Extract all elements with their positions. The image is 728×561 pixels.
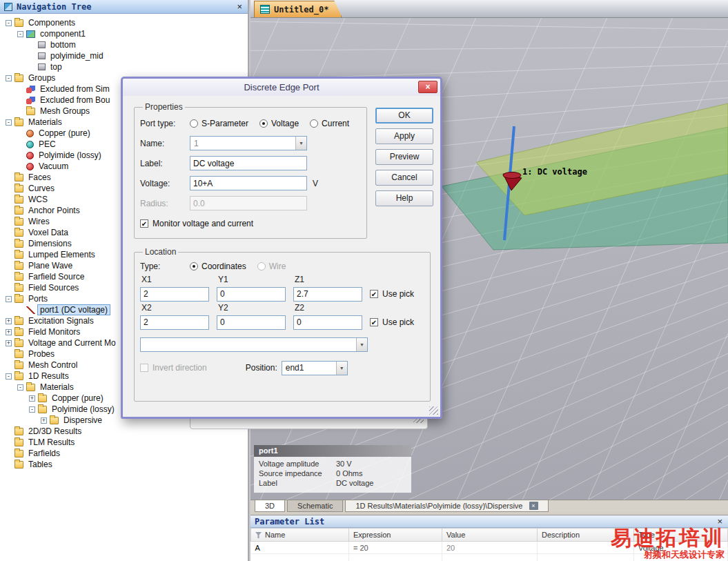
use-pick-2-checkbox[interactable]: [370, 318, 378, 326]
apply-button[interactable]: Apply: [375, 128, 433, 144]
view-tab-label: 3D: [265, 502, 275, 510]
location-type-row: Type: CoordinatesWire: [140, 258, 424, 275]
folder-icon: [14, 251, 23, 259]
radio-wire[interactable]: Wire: [257, 262, 286, 271]
folder-icon: [14, 75, 23, 82]
ok-button[interactable]: OK: [375, 108, 433, 124]
y1-input[interactable]: [217, 287, 286, 302]
port-info-panel: port1 Voltage amplitude30 VSource impeda…: [254, 445, 411, 493]
port-arrow-cap: [503, 173, 521, 179]
folder-icon: [38, 406, 47, 413]
navigation-tree-close-icon[interactable]: ×: [235, 2, 244, 11]
param-cell-empty: [442, 554, 538, 561]
tree-item-bottom[interactable]: bottom: [0, 39, 248, 50]
param-col-expression[interactable]: Expression: [349, 529, 442, 542]
name-row: Name: 1 ▼: [140, 133, 361, 153]
close-tab-icon[interactable]: ×: [529, 502, 538, 510]
param-col-value[interactable]: Value: [442, 529, 538, 542]
tree-item-label: Voxel Data: [26, 228, 70, 237]
tree-expander-plus[interactable]: +: [6, 329, 12, 335]
tree-item-label: Faces: [26, 173, 53, 182]
tree-expander-minus[interactable]: -: [17, 384, 23, 391]
tree-item-label: Mesh Control: [26, 360, 79, 370]
tree-expander-minus[interactable]: -: [6, 20, 12, 26]
tree-item-label: WCS: [26, 195, 50, 204]
tree-expander-plus[interactable]: +: [29, 395, 35, 402]
tree-expander-minus[interactable]: -: [6, 296, 12, 302]
radio-current[interactable]: Current: [310, 119, 349, 128]
z2-label: Z2: [293, 303, 370, 313]
voltage-input[interactable]: [190, 176, 307, 190]
tree-expander-minus[interactable]: -: [6, 373, 12, 380]
param-col-label: Description: [542, 531, 580, 539]
x1-input[interactable]: [140, 287, 209, 302]
tree-expander-minus[interactable]: -: [29, 406, 35, 413]
radio-coordinates[interactable]: Coordinates: [190, 262, 246, 271]
cancel-button[interactable]: Cancel: [375, 170, 433, 186]
radio-label: Current: [322, 119, 349, 128]
folder-icon: [14, 328, 23, 336]
tree-item-label: 1D Results: [26, 371, 71, 381]
radio-s-parameter[interactable]: S-Parameter: [190, 119, 248, 128]
label-input[interactable]: [190, 156, 307, 170]
tree-item-tlm-results[interactable]: TLM Results: [0, 437, 248, 448]
document-tab-untitled[interactable]: Untitled_0*: [254, 1, 342, 17]
z2-input[interactable]: [293, 315, 362, 330]
view-tab-1d-results-materials-polyimide[interactable]: 1D Results\Materials\Polyimide (lossy)\D…: [345, 500, 548, 512]
param-col-name[interactable]: Name: [251, 529, 349, 542]
tree-expander-plus[interactable]: +: [6, 318, 12, 324]
tree-item-components[interactable]: -Components: [0, 17, 248, 28]
preview-button[interactable]: Preview: [375, 149, 433, 165]
folder-icon: [14, 207, 23, 215]
ball-teal-icon: [26, 141, 34, 148]
monitor-checkbox[interactable]: [140, 219, 148, 228]
param-cell-name: A: [251, 542, 349, 554]
position-combobox[interactable]: end1 ▼: [282, 361, 348, 375]
tree-item-top[interactable]: top: [0, 61, 248, 72]
tree-expander-plus[interactable]: +: [41, 417, 47, 424]
tree-expander-minus[interactable]: -: [17, 31, 23, 37]
folder-icon: [14, 218, 23, 226]
pick-combobox[interactable]: ▼: [140, 337, 368, 352]
radius-label: Radius:: [140, 199, 190, 208]
dialog-resize-grip[interactable]: [429, 406, 438, 415]
z1-input[interactable]: [293, 287, 362, 302]
navigation-tree-titlebar: Navigation Tree ×: [0, 0, 248, 14]
tree-item-label: Materials: [26, 117, 64, 127]
parameter-list-close-icon[interactable]: ×: [716, 517, 724, 526]
use-pick-1-checkbox[interactable]: [370, 290, 378, 298]
document-tabbar: Untitled_0*: [250, 0, 728, 18]
tree-item-farfields[interactable]: Farfields: [0, 448, 248, 459]
x2-input[interactable]: [140, 315, 209, 330]
tree-item-polyimide-mid[interactable]: polyimide_mid: [0, 50, 248, 61]
folder-icon: [14, 174, 23, 181]
tree-expander-minus[interactable]: -: [6, 75, 12, 81]
tree-expander-plus[interactable]: +: [6, 340, 12, 346]
help-button[interactable]: Help: [375, 190, 433, 206]
y2-input[interactable]: [217, 315, 286, 330]
discrete-edge-port-dialog: Discrete Edge Port × Properties Port typ…: [121, 77, 442, 419]
param-col-label: Expression: [353, 531, 391, 539]
excluded-icon: [26, 86, 35, 93]
chevron-down-icon[interactable]: ▼: [295, 137, 306, 150]
tree-expander-minus[interactable]: -: [6, 119, 12, 126]
view-tab-3d[interactable]: 3D: [255, 500, 285, 512]
tree-item-tables[interactable]: Tables: [0, 459, 248, 470]
chevron-down-icon[interactable]: ▼: [356, 338, 367, 351]
chevron-down-icon[interactable]: ▼: [336, 362, 347, 375]
view-tab-schematic[interactable]: Schematic: [287, 500, 343, 512]
tree-item-label: Farfields: [26, 449, 62, 458]
tree-item-component1[interactable]: -component1: [0, 28, 248, 39]
folder-icon: [38, 395, 47, 402]
voltage-unit: V: [313, 179, 318, 188]
folder-icon: [14, 428, 23, 435]
ball-copper-icon: [26, 130, 34, 137]
name-combobox[interactable]: 1 ▼: [190, 136, 307, 150]
radio-circle: [310, 119, 318, 128]
radio-voltage[interactable]: Voltage: [259, 119, 299, 128]
tree-item-label: Copper (pure): [50, 393, 106, 403]
coord-inputs-row2: Use pick: [140, 313, 424, 331]
name-combobox-value: 1: [194, 139, 199, 148]
dialog-close-button[interactable]: ×: [418, 81, 437, 93]
tree-item-label: Dispersive: [61, 415, 104, 425]
